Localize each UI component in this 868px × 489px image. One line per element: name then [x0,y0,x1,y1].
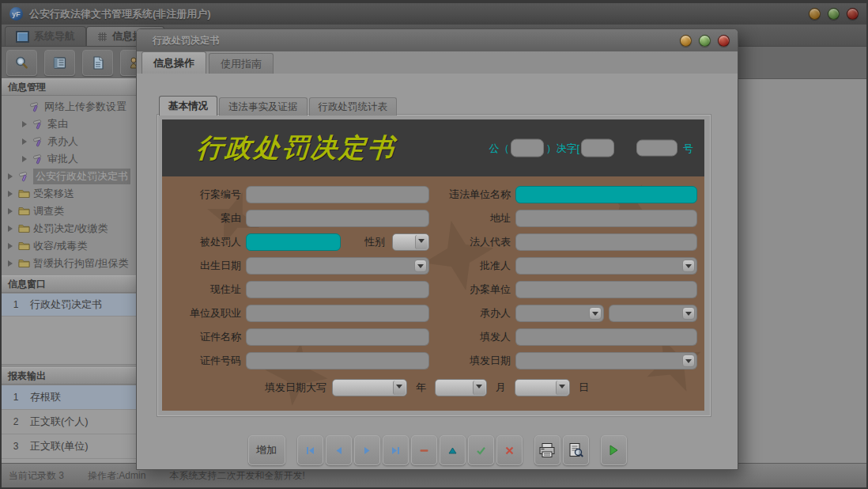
delete-record-button[interactable] [411,435,437,465]
next-record-button[interactable] [354,435,380,465]
unit-name-input[interactable] [515,186,697,203]
post-record-button[interactable] [468,435,494,465]
issue-date-cap-label: 填发日期大写 [265,381,332,395]
tree-item-detention-rehab[interactable]: 收容/戒毒类 [2,237,142,255]
cause-input[interactable] [246,210,429,227]
dialog-tab-info-operation[interactable]: 信息操作 [142,51,206,74]
tree-item-suspended-detention[interactable]: 暂缓执行拘留/担保类 [2,255,142,272]
tree-item-penalty-decision[interactable]: 公安行政处罚决定书 [2,168,142,185]
last-record-button[interactable] [383,435,409,465]
expand-arrow-icon[interactable] [8,260,16,267]
legal-rep-input[interactable] [515,233,697,251]
cert-name-label: 证件名称 [173,330,246,344]
form-body: 行案编号 违法单位名称 案由 地址 [162,176,704,411]
case-unit-input[interactable] [515,281,697,298]
issue-date-cap-select[interactable] [332,379,407,396]
expand-arrow-icon[interactable] [8,243,16,249]
row-number: 1 [2,392,30,403]
tree-item-approver[interactable]: 审批人 [2,150,142,168]
document-number-line: 公（ ）决字[ 号 [489,139,693,157]
expand-arrow-icon[interactable] [8,173,16,180]
form-banner-title: 行政处罚决定书 [195,131,397,166]
person-input[interactable] [246,233,341,251]
document-button[interactable] [82,50,113,76]
info-window-row[interactable]: 1 行政处罚决定书 [2,294,142,317]
maximize-button[interactable] [828,8,840,20]
expand-arrow-icon[interactable] [8,208,16,214]
dialog-tab-user-guide[interactable]: 使用指南 [209,53,274,74]
expand-arrow-icon[interactable] [22,156,30,162]
tree-item-penalty-collection[interactable]: 处罚决定/收缴类 [2,220,142,237]
dialog-titlebar: 行政处罚决定书 [137,29,738,51]
dropdown-arrow-icon[interactable] [393,381,406,395]
birth-date-select[interactable] [246,257,429,275]
address-input[interactable] [515,210,697,227]
docno-input-1[interactable] [511,139,544,157]
tree-item-upload-params[interactable]: 网络上传参数设置 [2,98,142,116]
dialog-minimize-button[interactable] [680,35,692,47]
dialog-tab-strip: 信息操作 使用指南 [137,51,738,74]
docno-input-2[interactable] [581,139,614,157]
search-button[interactable] [6,50,37,76]
cancel-record-button[interactable] [496,435,523,465]
issue-date-select[interactable] [515,352,697,370]
dropdown-arrow-icon[interactable] [473,381,485,395]
gender-select[interactable] [392,233,429,251]
tab-label: 行政处罚统计表 [319,100,388,114]
tree-item-case-cause[interactable]: 案由 [2,116,142,133]
current-address-input[interactable] [246,281,429,298]
cert-number-input[interactable] [246,352,429,370]
report-row-unit[interactable]: 3 正文联(单位) [2,434,142,459]
row-label: 存根联 [30,390,61,404]
tree-item-label: 案由 [47,117,68,131]
inner-tab-penalty-stats[interactable]: 行政处罚统计表 [309,97,398,116]
dropdown-arrow-icon[interactable] [589,307,602,320]
report-row-personal[interactable]: 2 正文联(个人) [2,410,142,434]
report-row-stub[interactable]: 1 存根联 [2,385,142,410]
inner-tab-facts-evidence[interactable]: 违法事实及证据 [219,97,308,116]
expand-arrow-icon[interactable] [22,138,30,145]
undertaker-select-1[interactable] [515,305,604,322]
expand-arrow-icon[interactable] [8,226,16,232]
previous-record-button[interactable] [326,435,352,465]
expand-arrow-icon[interactable] [8,191,16,197]
case-number-input[interactable] [246,186,429,203]
minimize-button[interactable] [809,8,821,20]
inner-tab-basic-info[interactable]: 基本情况 [159,96,217,116]
tree-item-undertaker[interactable]: 承办人 [2,133,142,150]
tree-item-investigation[interactable]: 调查类 [2,203,142,220]
docno-input-3[interactable] [636,140,677,157]
print-button[interactable] [534,435,560,465]
cert-name-input[interactable] [246,328,429,346]
dropdown-arrow-icon[interactable] [682,260,695,272]
approver-select[interactable] [515,257,697,275]
records-button[interactable] [44,50,75,76]
add-button[interactable]: 增加 [248,435,285,465]
edit-record-button[interactable] [440,435,466,465]
expand-arrow-icon[interactable] [22,121,30,127]
month-select[interactable] [515,379,570,396]
dropdown-arrow-icon[interactable] [414,260,427,272]
leaf-decoration [261,339,332,410]
delete-icon [419,445,429,456]
occupation-input[interactable] [246,305,429,322]
dropdown-arrow-icon[interactable] [682,354,695,367]
execute-button[interactable] [601,435,627,465]
year-select[interactable] [435,379,487,396]
print-preview-button[interactable] [563,435,589,465]
navigation-tree: 网络上传参数设置 案由 承办人 审批人 公安行政处罚决定书 [2,96,142,275]
tree-item-case-transfer[interactable]: 受案移送 [2,185,142,203]
folder-icon [18,223,30,234]
first-record-button[interactable] [297,435,323,465]
dropdown-arrow-icon[interactable] [682,307,695,320]
dialog-close-button[interactable] [718,35,730,47]
printer-icon [538,442,556,458]
dropdown-arrow-icon[interactable] [415,235,428,249]
issuer-input[interactable] [515,328,697,346]
tab-system-navigation[interactable]: 系统导航 [5,26,86,46]
undertaker-select-2[interactable] [609,305,697,322]
dropdown-arrow-icon[interactable] [556,381,568,395]
close-button[interactable] [847,8,859,20]
tree-item-label: 审批人 [47,152,78,166]
dialog-maximize-button[interactable] [699,35,711,47]
